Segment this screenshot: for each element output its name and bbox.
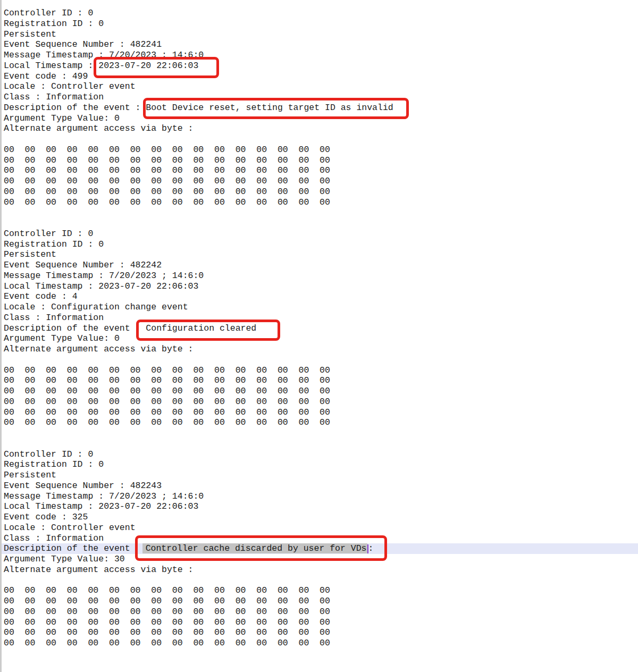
blank-line — [0, 649, 638, 659]
locale-line: Locale : Controller event — [0, 523, 638, 533]
blank-line — [0, 218, 638, 229]
description-line-selected[interactable]: Description of the eventController cache… — [0, 543, 638, 554]
description-label: Description of the event — [4, 543, 130, 553]
hex-dump-row: 00 00 00 00 00 00 00 00 00 00 00 00 00 0… — [0, 638, 638, 649]
hex-dump-row: 00 00 00 00 00 00 00 00 00 00 00 00 00 0… — [0, 165, 638, 176]
alternate-argument-line: Alternate argument access via byte : — [0, 123, 638, 134]
event-log-page: Controller ID : 0 Registration ID : 0 Pe… — [0, 0, 638, 672]
hex-dump-row: 00 00 00 00 00 00 00 00 00 00 00 00 00 0… — [0, 155, 638, 166]
description-suffix: : — [368, 543, 374, 553]
registration-id-line: Registration ID : 0 — [0, 239, 638, 250]
event-record-3: Controller ID : 0 Registration ID : 0 Pe… — [0, 449, 638, 670]
selected-text: Controller cache discarded by user for V… — [142, 543, 367, 553]
hex-dump-row: 00 00 00 00 00 00 00 00 00 00 00 00 00 0… — [0, 375, 638, 386]
alternate-argument-line: Alternate argument access via byte : — [0, 565, 638, 575]
blank-line — [0, 428, 638, 439]
blank-line — [0, 439, 638, 449]
blank-line — [0, 575, 638, 586]
hex-dump-row: 00 00 00 00 00 00 00 00 00 00 00 00 00 0… — [0, 607, 638, 617]
hex-dump-row: 00 00 00 00 00 00 00 00 00 00 00 00 00 0… — [0, 596, 638, 607]
locale-line: Locale : Controller event — [0, 81, 638, 92]
blank-line — [0, 207, 638, 218]
controller-id-line: Controller ID : 0 — [0, 8, 638, 19]
hex-dump-row: 00 00 00 00 00 00 00 00 00 00 00 00 00 0… — [0, 585, 638, 596]
hex-dump-row: 00 00 00 00 00 00 00 00 00 00 00 00 00 0… — [0, 386, 638, 397]
event-code-line: Event code : 4 — [0, 291, 638, 302]
registration-id-line: Registration ID : 0 — [0, 459, 638, 470]
alternate-argument-line: Alternate argument access via byte : — [0, 344, 638, 355]
blank-line — [0, 355, 638, 365]
description-line: Description of the eventConfiguration cl… — [0, 323, 638, 334]
local-timestamp-line: Local Timestamp : 2023-07-20 22:06:03 — [0, 61, 638, 71]
description-value: Configuration cleared — [146, 323, 256, 333]
hex-dump-row: 00 00 00 00 00 00 00 00 00 00 00 00 00 0… — [0, 197, 638, 208]
blank-line — [0, 659, 638, 670]
persistent-line: Persistent — [0, 470, 638, 481]
hex-dump-row: 00 00 00 00 00 00 00 00 00 00 00 00 00 0… — [0, 617, 638, 628]
registration-id-line: Registration ID : 0 — [0, 19, 638, 29]
local-timestamp-line: Local Timestamp : 2023-07-20 22:06:03 — [0, 501, 638, 512]
hex-dump-row: 00 00 00 00 00 00 00 00 00 00 00 00 00 0… — [0, 187, 638, 197]
log-text-area[interactable]: Controller ID : 0 Registration ID : 0 Pe… — [0, 8, 638, 669]
message-timestamp-line: Message Timestamp : 7/20/2023 ; 14:6:0 — [0, 50, 638, 61]
event-code-line: Event code : 325 — [0, 512, 638, 523]
argument-type-line: Argument Type Value: 30 — [0, 554, 638, 565]
hex-dump-row: 00 00 00 00 00 00 00 00 00 00 00 00 00 0… — [0, 397, 638, 407]
hex-dump-row: 00 00 00 00 00 00 00 00 00 00 00 00 00 0… — [0, 417, 638, 428]
blank-line — [0, 134, 638, 145]
class-line: Class : Information — [0, 533, 638, 544]
hex-dump-row: 00 00 00 00 00 00 00 00 00 00 00 00 00 0… — [0, 176, 638, 187]
message-timestamp-line: Message Timestamp : 7/20/2023 ; 14:6:0 — [0, 271, 638, 281]
sequence-number-line: Event Sequence Number : 482241 — [0, 39, 638, 50]
controller-id-line: Controller ID : 0 — [0, 229, 638, 239]
description-label: Description of the event — [4, 323, 130, 333]
hex-dump-row: 00 00 00 00 00 00 00 00 00 00 00 00 00 0… — [0, 627, 638, 638]
message-timestamp-line: Message Timestamp : 7/20/2023 ; 14:6:0 — [0, 491, 638, 502]
hex-dump-row: 00 00 00 00 00 00 00 00 00 00 00 00 00 0… — [0, 407, 638, 418]
event-code-line: Event code : 499 — [0, 71, 638, 82]
class-line: Class : Information — [0, 92, 638, 103]
event-record-2: Controller ID : 0 Registration ID : 0 Pe… — [0, 229, 638, 449]
local-timestamp-line: Local Timestamp : 2023-07-20 22:06:03 — [0, 281, 638, 292]
class-line: Class : Information — [0, 313, 638, 323]
left-border-strip — [0, 0, 2, 672]
controller-id-line: Controller ID : 0 — [0, 449, 638, 460]
hex-dump-row: 00 00 00 00 00 00 00 00 00 00 00 00 00 0… — [0, 365, 638, 376]
hex-dump-row: 00 00 00 00 00 00 00 00 00 00 00 00 00 0… — [0, 145, 638, 155]
sequence-number-line: Event Sequence Number : 482242 — [0, 260, 638, 271]
argument-type-line: Argument Type Value: 0 — [0, 333, 638, 344]
locale-line: Locale : Configuration change event — [0, 302, 638, 313]
sequence-number-line: Event Sequence Number : 482243 — [0, 481, 638, 491]
persistent-line: Persistent — [0, 249, 638, 260]
persistent-line: Persistent — [0, 29, 638, 40]
description-line: Description of the event : Boot Device r… — [0, 103, 638, 113]
argument-type-line: Argument Type Value: 0 — [0, 113, 638, 124]
event-record-1: Controller ID : 0 Registration ID : 0 Pe… — [0, 8, 638, 229]
